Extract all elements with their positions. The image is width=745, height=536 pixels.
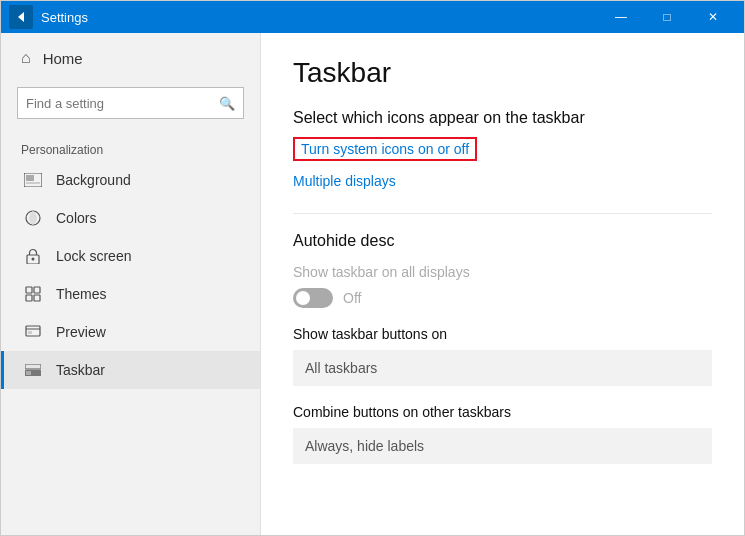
lockscreen-label: Lock screen — [56, 248, 131, 264]
svg-rect-15 — [26, 371, 31, 375]
themes-label: Themes — [56, 286, 107, 302]
svg-marker-0 — [18, 12, 24, 22]
themes-icon — [24, 285, 42, 303]
settings-window: Settings — □ ✕ ⌂ Home 🔍 Personalization — [0, 0, 745, 536]
svg-rect-10 — [34, 295, 40, 301]
show-taskbar-toggle[interactable] — [293, 288, 333, 308]
close-button[interactable]: ✕ — [690, 1, 736, 33]
background-label: Background — [56, 172, 131, 188]
back-button[interactable] — [9, 5, 33, 29]
sidebar-item-taskbar[interactable]: Taskbar — [1, 351, 260, 389]
taskbar-label: Taskbar — [56, 362, 105, 378]
lockscreen-icon — [24, 247, 42, 265]
search-icon: 🔍 — [219, 96, 235, 111]
preview-label: Preview — [56, 324, 106, 340]
svg-rect-3 — [26, 182, 40, 184]
svg-rect-7 — [26, 287, 32, 293]
show-buttons-dropdown[interactable]: All taskbars — [293, 350, 712, 386]
svg-point-6 — [32, 258, 35, 261]
maximize-button[interactable]: □ — [644, 1, 690, 33]
toggle-knob — [296, 291, 310, 305]
sidebar-item-themes[interactable]: Themes — [1, 275, 260, 313]
sidebar: ⌂ Home 🔍 Personalization Background — [1, 33, 261, 535]
select-icons-heading: Select which icons appear on the taskbar — [293, 109, 712, 127]
minimize-button[interactable]: — — [598, 1, 644, 33]
divider-1 — [293, 213, 712, 214]
sidebar-item-lockscreen[interactable]: Lock screen — [1, 237, 260, 275]
multiple-displays-link[interactable]: Multiple displays — [293, 173, 396, 189]
main-content: ⌂ Home 🔍 Personalization Background — [1, 33, 744, 535]
search-input[interactable] — [26, 96, 219, 111]
taskbar-icon — [24, 361, 42, 379]
svg-rect-2 — [26, 175, 34, 181]
toggle-off-label: Off — [343, 290, 361, 306]
turn-system-icons-link[interactable]: Turn system icons on or off — [293, 137, 477, 161]
home-label: Home — [43, 50, 83, 67]
combine-label: Combine buttons on other taskbars — [293, 404, 712, 420]
svg-rect-16 — [25, 364, 41, 369]
svg-rect-13 — [28, 331, 32, 334]
show-taskbar-label: Show taskbar on all displays — [293, 264, 712, 280]
window-title: Settings — [41, 10, 598, 25]
svg-rect-8 — [34, 287, 40, 293]
sidebar-item-preview[interactable]: Preview — [1, 313, 260, 351]
page-title: Taskbar — [293, 57, 712, 89]
show-buttons-label: Show taskbar buttons on — [293, 326, 712, 342]
sidebar-item-colors[interactable]: Colors — [1, 199, 260, 237]
window-controls: — □ ✕ — [598, 1, 736, 33]
preview-icon — [24, 323, 42, 341]
main-panel: Taskbar Select which icons appear on the… — [261, 33, 744, 535]
colors-label: Colors — [56, 210, 96, 226]
titlebar: Settings — □ ✕ — [1, 1, 744, 33]
colors-icon — [24, 209, 42, 227]
search-box[interactable]: 🔍 — [17, 87, 244, 119]
sidebar-item-background[interactable]: Background — [1, 161, 260, 199]
sidebar-home-item[interactable]: ⌂ Home — [1, 33, 260, 83]
background-icon — [24, 171, 42, 189]
home-icon: ⌂ — [21, 49, 31, 67]
svg-rect-9 — [26, 295, 32, 301]
autohide-heading: Autohide desc — [293, 232, 712, 250]
combine-dropdown[interactable]: Always, hide labels — [293, 428, 712, 464]
toggle-row: Off — [293, 288, 712, 308]
sidebar-section-label: Personalization — [1, 135, 260, 161]
